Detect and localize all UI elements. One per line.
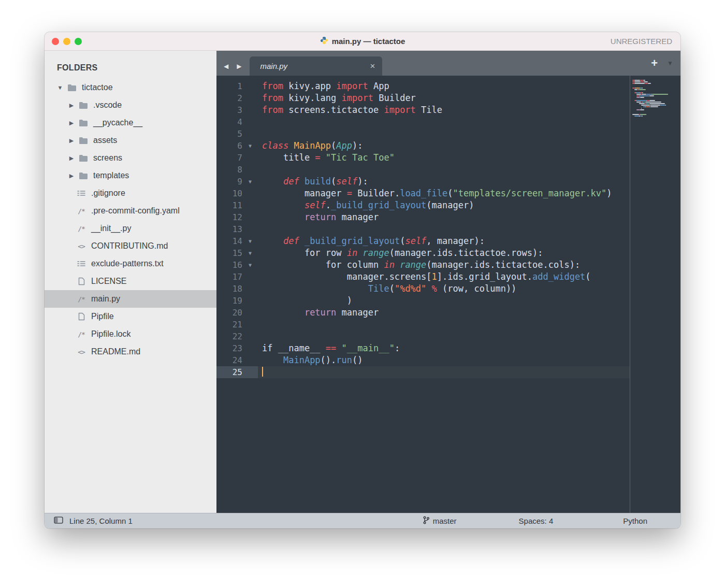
tree-item-file[interactable]: .gitignore [45, 184, 216, 202]
line-number-gutter: 22 [216, 331, 258, 342]
code-text: self._build_grid_layout(manager) [258, 199, 474, 211]
line-number: 24 [216, 354, 242, 366]
minimize-window-button[interactable] [63, 38, 70, 45]
code-text: from screens.tictactoe import Tile [258, 104, 442, 116]
chevron-right-icon[interactable]: ▶ [66, 120, 77, 126]
code-line[interactable]: 5 [216, 128, 630, 140]
fold-arrow-icon[interactable]: ▼ [242, 140, 258, 152]
code-line[interactable]: 22 [216, 331, 630, 342]
line-number-gutter: 18 [216, 283, 258, 295]
code-line[interactable]: 9▼ def build(self): [216, 176, 630, 188]
line-number-gutter: 7 [216, 152, 258, 164]
code-line[interactable]: 1from kivy.app import App [216, 80, 630, 92]
code-text [258, 164, 262, 176]
code-text: MainApp().run() [258, 354, 363, 366]
tree-item-file[interactable]: /*__init__.py [45, 220, 216, 237]
app-window: main.py — tictactoe UNREGISTERED FOLDERS… [45, 32, 680, 528]
line-number-gutter: 11 [216, 199, 258, 211]
code-line[interactable]: 7 title = "Tic Tac Toe" [216, 152, 630, 164]
code-line[interactable]: 6▼class MainApp(App): [216, 140, 630, 152]
minimap[interactable] [630, 76, 680, 119]
panel-toggle-icon[interactable] [54, 517, 63, 525]
line-number-gutter: 2 [216, 92, 258, 104]
tree-item-folder[interactable]: ▶templates [45, 167, 216, 184]
prev-tab-icon[interactable]: ◀ [224, 63, 228, 70]
line-number-gutter: 9▼ [216, 176, 258, 188]
tree-item-folder[interactable]: ▶.vscode [45, 96, 216, 114]
fold-arrow-icon [242, 342, 258, 354]
close-tab-icon[interactable]: × [370, 62, 375, 70]
line-number: 13 [216, 223, 242, 235]
syntax-setting[interactable]: Python [623, 517, 647, 525]
tree-item-folder[interactable]: ▼tictactoe [45, 79, 216, 96]
code-line[interactable]: 23if __name__ == "__main__": [216, 342, 630, 354]
code-text: def build(self): [258, 176, 368, 188]
chevron-right-icon[interactable]: ▶ [66, 102, 77, 109]
code-line[interactable]: 19 ) [216, 295, 630, 307]
git-branch-label[interactable]: master [433, 517, 457, 525]
code-text: title = "Tic Tac Toe" [258, 152, 395, 164]
code-file-icon: /* [75, 295, 88, 303]
fold-arrow-icon[interactable]: ▼ [242, 235, 258, 247]
code-file-icon: /* [75, 331, 88, 338]
tree-item-file[interactable]: /*Pipfile.lock [45, 325, 216, 343]
code-area[interactable]: 1from kivy.app import App2from kivy.lang… [216, 76, 630, 513]
tree-item-label: Pipfile.lock [91, 329, 130, 339]
fold-arrow-icon[interactable]: ▼ [242, 176, 258, 188]
markdown-file-icon: <> [75, 348, 88, 356]
tree-item-file[interactable]: <>README.md [45, 343, 216, 361]
code-line[interactable]: 2from kivy.lang import Builder [216, 92, 630, 104]
code-line[interactable]: 16▼ for column in range(manager.ids.tict… [216, 259, 630, 271]
code-line[interactable]: 3from screens.tictactoe import Tile [216, 104, 630, 116]
fold-arrow-icon [242, 152, 258, 164]
code-text [258, 366, 630, 378]
code-line[interactable]: 20 return manager [216, 307, 630, 319]
code-file-icon: /* [75, 207, 88, 215]
tree-item-file[interactable]: /*main.py [45, 290, 216, 308]
tree-item-file[interactable]: LICENSE [45, 273, 216, 290]
code-line[interactable]: 14▼ def _build_grid_layout(self, manager… [216, 235, 630, 247]
tree-item-file[interactable]: exclude-patterns.txt [45, 255, 216, 273]
list-file-icon [75, 190, 88, 196]
chevron-right-icon[interactable]: ▶ [66, 173, 77, 179]
code-line[interactable]: 13 [216, 223, 630, 235]
tree-item-folder[interactable]: ▶__pycache__ [45, 114, 216, 132]
chevron-right-icon[interactable]: ▶ [66, 155, 77, 162]
tree-item-folder[interactable]: ▶screens [45, 149, 216, 167]
indent-setting[interactable]: Spaces: 4 [519, 517, 554, 525]
tab-overflow-icon[interactable]: ▼ [667, 60, 673, 67]
fold-arrow-icon[interactable]: ▼ [242, 247, 258, 259]
line-number: 16 [216, 259, 242, 271]
sidebar: FOLDERS ▼tictactoe▶.vscode▶__pycache__▶a… [45, 51, 216, 513]
fold-arrow-icon [242, 104, 258, 116]
tree-item-file[interactable]: Pipfile [45, 308, 216, 325]
code-line[interactable]: 17 manager.screens[1].ids.grid_layout.ad… [216, 271, 630, 283]
tree-item-folder[interactable]: ▶assets [45, 132, 216, 149]
code-line[interactable]: 15▼ for row in range(manager.ids.tictact… [216, 247, 630, 259]
tree-item-file[interactable]: /*.pre-commit-config.yaml [45, 202, 216, 220]
fold-arrow-icon[interactable]: ▼ [242, 259, 258, 271]
code-line[interactable]: 4 [216, 116, 630, 128]
folder-icon [77, 102, 90, 109]
code-line[interactable]: 10 manager = Builder.load_file("template… [216, 188, 630, 199]
code-line[interactable]: 21 [216, 319, 630, 331]
code-line[interactable]: 12 return manager [216, 211, 630, 223]
close-window-button[interactable] [52, 38, 59, 45]
line-number: 14 [216, 235, 242, 247]
chevron-down-icon[interactable]: ▼ [55, 84, 65, 91]
code-line[interactable]: 25 [216, 366, 630, 378]
editor[interactable]: 1from kivy.app import App2from kivy.lang… [216, 76, 680, 513]
code-line[interactable]: 24 MainApp().run() [216, 354, 630, 366]
next-tab-icon[interactable]: ▶ [237, 63, 241, 70]
code-line[interactable]: 11 self._build_grid_layout(manager) [216, 199, 630, 211]
new-tab-button[interactable]: + [651, 58, 658, 69]
tree-item-file[interactable]: <>CONTRIBUTING.md [45, 237, 216, 255]
tab-main-py[interactable]: main.py × [250, 56, 382, 76]
code-line[interactable]: 8 [216, 164, 630, 176]
line-number-gutter: 15▼ [216, 247, 258, 259]
code-text: for column in range(manager.ids.tictacto… [258, 259, 580, 271]
zoom-window-button[interactable] [75, 38, 82, 45]
chevron-right-icon[interactable]: ▶ [66, 137, 77, 144]
code-line[interactable]: 18 Tile("%d%d" % (row, column)) [216, 283, 630, 295]
fold-arrow-icon [242, 164, 258, 176]
